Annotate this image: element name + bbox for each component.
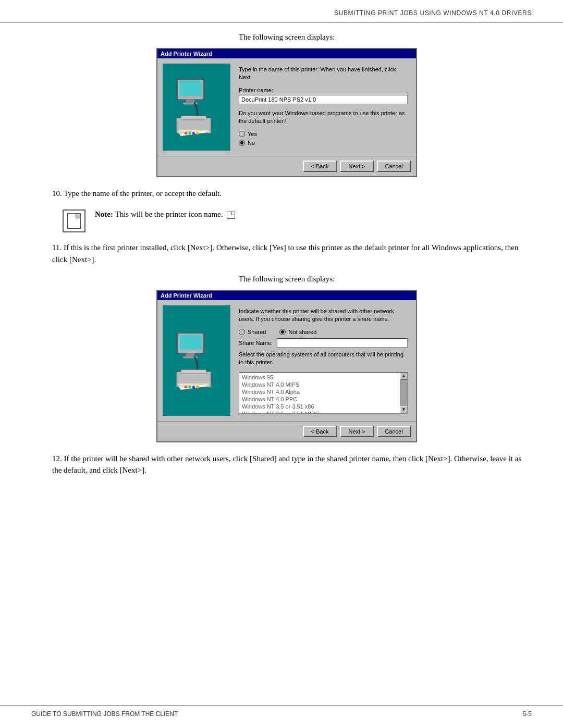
dialog2-image	[163, 305, 230, 416]
svg-rect-15	[186, 353, 195, 356]
dialog1-title: Add Printer Wizard	[161, 51, 212, 57]
svg-rect-1	[180, 81, 202, 96]
inline-printer-icon	[227, 212, 235, 219]
share-row: Shared Not shared	[239, 329, 408, 335]
page-header: SUBMITTING PRINT JOBS USING WINDOWS NT 4…	[0, 0, 563, 22]
printer-name-input[interactable]	[239, 95, 408, 104]
footer-left: GUIDE TO SUBMITTING JOBS FROM THE CLIENT	[31, 710, 178, 718]
share-name-label: Share Name:	[239, 340, 273, 346]
dialog2-content: Indicate whether this printer will be sh…	[236, 305, 411, 416]
radio-shared-circle[interactable]	[239, 329, 245, 335]
list-item[interactable]: Windows NT 4.0 Alpha	[240, 388, 406, 396]
dialog2-title: Add Printer Wizard	[161, 292, 212, 299]
dialog2-instruction: Indicate whether this printer will be sh…	[239, 307, 408, 324]
radio-yes-row[interactable]: Yes	[239, 131, 408, 137]
dialog1-wrapper: Add Printer Wizard	[42, 48, 532, 177]
step-12: 12. If the printer will be shared with o…	[42, 453, 532, 476]
footer-right: 5-5	[523, 710, 532, 718]
dialog2-next-button[interactable]: Next >	[340, 426, 374, 437]
intro-text-2: The following screen displays:	[42, 275, 532, 283]
note-text: Note: This will be the printer icon name…	[95, 208, 235, 220]
dialog1-content: Type in the name of this printer. When y…	[236, 64, 411, 151]
list-item[interactable]: Windows 95	[240, 374, 406, 381]
radio-shared-row[interactable]: Shared	[239, 329, 266, 335]
radio-yes-label: Yes	[248, 131, 257, 137]
svg-point-12	[196, 132, 199, 135]
svg-point-10	[188, 132, 191, 135]
list-item[interactable]: Windows NT 3.5 or 3.51 MIPS	[240, 410, 406, 414]
dialog1-cancel-button[interactable]: Cancel	[377, 161, 411, 172]
radio-notshared-row[interactable]: Not shared	[279, 329, 316, 335]
svg-rect-2	[186, 100, 195, 103]
os-listbox[interactable]: Windows 95 Windows NT 4.0 MIPS Windows N…	[239, 372, 408, 414]
radio-no-circle[interactable]	[239, 140, 245, 146]
dialog1-titlebar: Add Printer Wizard	[157, 49, 416, 58]
dialog2-wrapper: Add Printer Wizard	[42, 290, 532, 442]
list-item[interactable]: Windows NT 3.5 or 3.51 x86	[240, 403, 406, 410]
radio-yes-circle[interactable]	[239, 131, 245, 137]
svg-point-11	[192, 132, 195, 135]
radio-no-label: No	[248, 140, 255, 146]
dialog2-footer: < Back Next > Cancel	[157, 421, 416, 441]
dialog2-cancel-button[interactable]: Cancel	[377, 426, 411, 437]
listbox-scrollbar[interactable]: ▲ ▼	[400, 373, 407, 413]
os-list-items: Windows 95 Windows NT 4.0 MIPS Windows N…	[240, 374, 406, 414]
svg-point-22	[185, 386, 188, 389]
radio-no-row[interactable]: No	[239, 140, 408, 146]
dialog1-instruction: Type in the name of this printer. When y…	[239, 66, 408, 82]
svg-rect-18	[181, 369, 206, 373]
dialog1-footer: < Back Next > Cancel	[157, 156, 416, 176]
share-name-input[interactable]	[277, 338, 408, 348]
svg-point-25	[196, 386, 199, 389]
note-icon-inner	[67, 213, 81, 229]
header-text: SUBMITTING PRINT JOBS USING WINDOWS NT 4…	[334, 9, 532, 17]
svg-rect-14	[180, 335, 202, 350]
scrollbar-down-arrow[interactable]: ▼	[400, 406, 408, 413]
svg-rect-5	[181, 116, 206, 120]
dialog2: Add Printer Wizard	[156, 290, 417, 442]
dialog2-os-instruction: Select the operating systems of all comp…	[239, 351, 408, 367]
dialog1-next-button[interactable]: Next >	[340, 161, 374, 172]
dialog2-titlebar: Add Printer Wizard	[157, 291, 416, 300]
radio-notshared-circle[interactable]	[279, 329, 286, 335]
intro-text-1: The following screen displays:	[42, 33, 532, 42]
page-footer: GUIDE TO SUBMITTING JOBS FROM THE CLIENT…	[0, 706, 563, 718]
note-block: Note: This will be the printer icon name…	[63, 208, 532, 232]
dialog1-default-question: Do you want your Windows-based programs …	[239, 109, 408, 126]
printer-name-label: Printer name:	[239, 87, 408, 93]
step-11: 11. If this is the first printer install…	[42, 242, 532, 265]
step-10: 10. Type the name of the printer, or acc…	[42, 188, 532, 200]
scrollbar-track	[400, 380, 408, 406]
radio-notshared-label: Not shared	[288, 329, 316, 335]
svg-point-24	[192, 386, 195, 389]
dialog1-back-button[interactable]: < Back	[303, 161, 337, 172]
scrollbar-up-arrow[interactable]: ▲	[400, 373, 408, 380]
svg-point-9	[185, 132, 188, 135]
note-body: This will be the printer icon name.	[113, 210, 223, 218]
share-name-row: Share Name:	[239, 338, 408, 348]
svg-point-23	[188, 386, 191, 389]
radio-shared-label: Shared	[248, 329, 266, 335]
dialog1-image	[163, 64, 230, 151]
list-item[interactable]: Windows NT 4.0 PPC	[240, 396, 406, 403]
list-item[interactable]: Windows NT 4.0 MIPS	[240, 381, 406, 388]
note-bold: Note:	[95, 210, 113, 218]
dialog1-radio-group: Yes No	[239, 131, 408, 146]
dialog2-back-button[interactable]: < Back	[303, 426, 337, 437]
note-icon	[63, 209, 85, 232]
dialog1: Add Printer Wizard	[156, 48, 417, 177]
